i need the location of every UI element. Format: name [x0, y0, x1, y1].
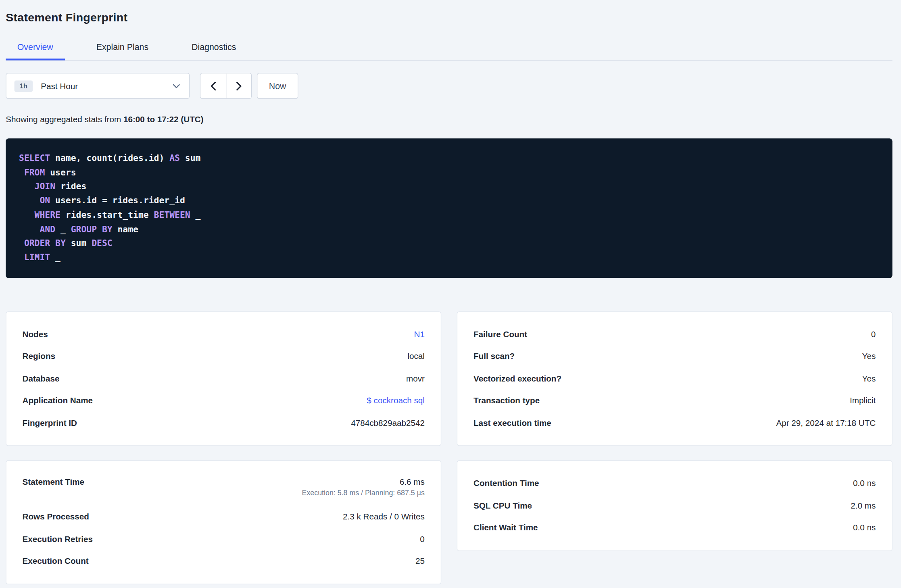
info-row-execution-count: Execution Count 25: [23, 550, 425, 572]
info-label: Contention Time: [473, 479, 539, 488]
info-row-transaction-type: Transaction type Implicit: [473, 390, 876, 412]
info-value: 25: [415, 557, 425, 566]
info-label: Statement Time: [23, 477, 84, 487]
info-label: Full scan?: [473, 352, 515, 361]
info-label: Failure Count: [473, 330, 527, 339]
aggregation-note: Showing aggregated stats from 16:00 to 1…: [6, 115, 892, 124]
info-label: Nodes: [23, 330, 48, 339]
viewport: Statement Fingerprint Overview Explain P…: [0, 0, 901, 588]
info-row-vectorized: Vectorized execution? Yes: [473, 367, 876, 390]
info-row-database: Database movr: [23, 367, 425, 390]
info-value: 0.0 ns: [853, 523, 876, 532]
info-value: movr: [406, 374, 425, 383]
timing-card: Statement Time 6.6 ms Execution: 5.8 ms …: [6, 460, 441, 584]
info-value: local: [407, 352, 424, 361]
info-row-regions: Regions local: [23, 345, 425, 367]
info-row-failure-count: Failure Count 0: [473, 323, 876, 346]
statement-time-breakdown: Execution: 5.8 ms / Planning: 687.5 µs: [302, 489, 425, 497]
info-value: 2.0 ms: [851, 501, 876, 510]
info-row-fingerprint-id: Fingerprint ID 4784cb829aab2542: [23, 412, 425, 434]
summary-cards: Nodes N1 Regions local Database movr App…: [6, 311, 892, 584]
info-row-nodes: Nodes N1: [23, 323, 425, 346]
info-label: Fingerprint ID: [23, 418, 77, 427]
application-name-link[interactable]: $ cockroach sql: [367, 396, 425, 405]
info-row-client-wait-time: Client Wait Time 0.0 ns: [473, 517, 876, 539]
page-title: Statement Fingerprint: [6, 10, 892, 24]
info-label: SQL CPU Time: [473, 501, 532, 510]
info-label: Rows Processed: [23, 512, 89, 521]
info-value: 0: [871, 330, 876, 339]
wait-times-card: Contention Time 0.0 ns SQL CPU Time 2.0 …: [457, 460, 893, 550]
tab-overview[interactable]: Overview: [6, 35, 65, 60]
aggregation-note-range: 16:00 to 17:22 (UTC): [123, 115, 204, 124]
identity-card: Nodes N1 Regions local Database movr App…: [6, 311, 441, 446]
time-range-label: Past Hour: [41, 81, 173, 91]
info-row-statement-time: Statement Time 6.6 ms Execution: 5.8 ms …: [23, 472, 425, 506]
scale-root: Statement Fingerprint Overview Explain P…: [0, 0, 901, 588]
info-label: Last execution time: [473, 418, 551, 427]
info-value: 0.0 ns: [853, 479, 876, 488]
chevron-down-icon: [173, 83, 180, 88]
statement-fingerprint-page: Statement Fingerprint Overview Explain P…: [0, 0, 901, 584]
info-value: 0: [420, 534, 425, 544]
info-label: Client Wait Time: [473, 523, 538, 532]
time-interval-badge: 1h: [15, 80, 33, 92]
info-value: Yes: [862, 374, 876, 383]
time-range-select[interactable]: 1h Past Hour: [6, 73, 190, 99]
statement-time-values: 6.6 ms Execution: 5.8 ms / Planning: 687…: [302, 477, 425, 497]
info-label: Execution Retries: [23, 534, 93, 544]
info-row-rows-processed: Rows Processed 2.3 k Reads / 0 Writes: [23, 506, 425, 528]
now-button[interactable]: Now: [257, 73, 298, 99]
aggregation-note-prefix: Showing aggregated stats from: [6, 115, 123, 124]
info-label: Database: [23, 374, 60, 383]
info-value: Apr 29, 2024 at 17:18 UTC: [776, 418, 876, 427]
sql-statement-box: SELECT name, count(rides.id) AS sum FROM…: [6, 138, 892, 278]
time-controls: 1h Past Hour: [6, 73, 892, 99]
info-row-last-execution-time: Last execution time Apr 29, 2024 at 17:1…: [473, 412, 876, 434]
info-label: Application Name: [23, 396, 93, 405]
info-value: Implicit: [850, 396, 876, 405]
info-row-application-name: Application Name $ cockroach sql: [23, 390, 425, 412]
nodes-link[interactable]: N1: [414, 330, 424, 339]
info-label: Regions: [23, 352, 55, 361]
info-value: 6.6 ms: [400, 477, 425, 487]
info-value: Yes: [862, 352, 876, 361]
prev-interval-button[interactable]: [200, 73, 226, 98]
info-row-sql-cpu-time: SQL CPU Time 2.0 ms: [473, 494, 876, 517]
info-row-execution-retries: Execution Retries 0: [23, 528, 425, 550]
info-label: Vectorized execution?: [473, 374, 561, 383]
info-label: Transaction type: [473, 396, 540, 405]
interval-step-group: [200, 73, 252, 99]
chevron-left-icon: [210, 81, 216, 91]
info-label: Execution Count: [23, 557, 89, 566]
info-value: 2.3 k Reads / 0 Writes: [343, 512, 425, 521]
chevron-right-icon: [236, 81, 242, 91]
execution-attributes-card: Failure Count 0 Full scan? Yes Vectorize…: [457, 311, 893, 446]
info-row-full-scan: Full scan? Yes: [473, 345, 876, 367]
info-row-contention-time: Contention Time 0.0 ns: [473, 472, 876, 494]
tab-diagnostics[interactable]: Diagnostics: [180, 35, 248, 60]
next-interval-button[interactable]: [226, 73, 251, 98]
tab-bar: Overview Explain Plans Diagnostics: [6, 35, 892, 61]
info-value: 4784cb829aab2542: [351, 418, 425, 427]
tab-explain-plans[interactable]: Explain Plans: [85, 35, 160, 60]
